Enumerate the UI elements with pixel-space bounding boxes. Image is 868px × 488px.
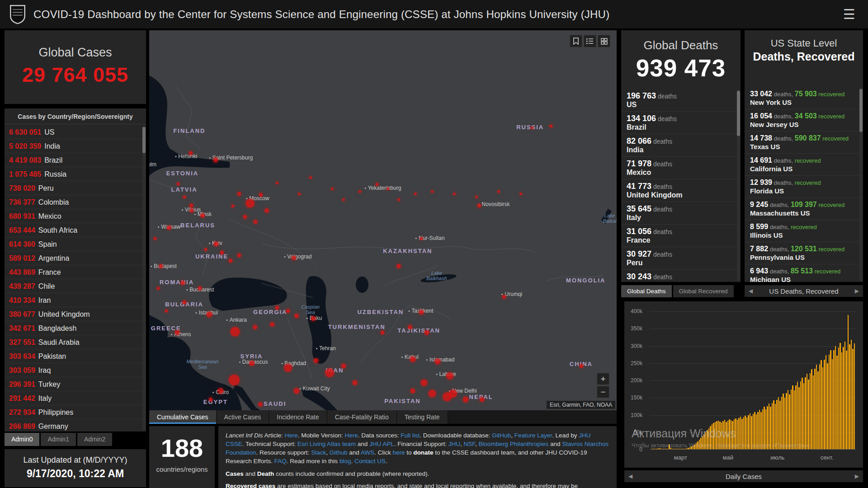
map-tab-active-cases[interactable]: Active Cases bbox=[217, 410, 269, 424]
deaths-row[interactable]: 134 106 deathsBrazil bbox=[621, 112, 741, 134]
chart-footer-next-icon[interactable]: ▶ bbox=[851, 470, 863, 482]
case-dot[interactable] bbox=[213, 157, 218, 162]
case-dot[interactable] bbox=[294, 314, 299, 318]
deaths-row[interactable]: 82 066 deathsIndia bbox=[621, 134, 741, 157]
case-dot[interactable] bbox=[341, 363, 346, 368]
country-row[interactable]: 439 287Chile bbox=[5, 279, 146, 293]
case-dot[interactable] bbox=[204, 248, 208, 251]
case-dot[interactable] bbox=[284, 364, 292, 372]
case-dot[interactable] bbox=[410, 389, 415, 394]
info-link[interactable]: Full list bbox=[401, 432, 420, 439]
case-dot[interactable] bbox=[342, 198, 345, 201]
info-link[interactable]: Esri Living Atlas team bbox=[297, 441, 356, 447]
deaths-row[interactable]: 71 978 deathsMexico bbox=[621, 157, 741, 179]
case-dot[interactable] bbox=[237, 253, 241, 257]
case-dot[interactable] bbox=[275, 305, 279, 310]
state-row[interactable]: 8 599 deaths, recoveredIllinois US bbox=[745, 220, 863, 242]
case-dot[interactable] bbox=[237, 192, 241, 196]
case-dot[interactable] bbox=[177, 182, 180, 185]
deaths-row[interactable]: 196 763 deathsUS bbox=[621, 89, 741, 112]
country-scrollbar-thumb[interactable] bbox=[142, 127, 146, 153]
country-row[interactable]: 614 360Spain bbox=[5, 237, 146, 251]
deaths-row[interactable]: 35 645 deathsItaly bbox=[621, 202, 741, 225]
case-dot[interactable] bbox=[431, 190, 434, 193]
case-dot[interactable] bbox=[159, 264, 163, 268]
chart-footer-prev-icon[interactable]: ◀ bbox=[624, 470, 637, 482]
case-dot[interactable] bbox=[243, 215, 247, 219]
country-row[interactable]: 738 020Peru bbox=[5, 181, 146, 195]
country-row[interactable]: 380 677United Kingdom bbox=[5, 307, 146, 321]
state-row[interactable]: 6 943 deaths, 85 513 recoveredMichigan U… bbox=[745, 264, 863, 282]
case-dot[interactable] bbox=[420, 379, 427, 386]
state-row[interactable]: 9 245 deaths, 109 397 recoveredMassachus… bbox=[745, 198, 863, 220]
case-dot[interactable] bbox=[414, 192, 417, 195]
case-dot[interactable] bbox=[270, 322, 274, 327]
admin-tab-admin2[interactable]: Admin2 bbox=[77, 433, 112, 446]
map-tab-cumulative-cases[interactable]: Cumulative Cases bbox=[149, 410, 217, 424]
info-link[interactable]: FAQ bbox=[274, 458, 287, 465]
case-dot[interactable] bbox=[475, 196, 478, 198]
info-link[interactable]: blog bbox=[340, 458, 351, 465]
case-dot[interactable] bbox=[519, 192, 522, 195]
country-row[interactable]: 653 444South Africa bbox=[5, 223, 146, 237]
state-row[interactable]: 7 882 deaths, 120 531 recoveredPennsylva… bbox=[745, 242, 863, 264]
state-row[interactable]: 16 054 deaths, 34 503 recoveredNew Jerse… bbox=[745, 109, 863, 131]
case-dot[interactable] bbox=[419, 310, 424, 315]
case-dot[interactable] bbox=[314, 358, 319, 363]
case-dot[interactable] bbox=[218, 388, 224, 394]
legend-icon[interactable] bbox=[584, 35, 596, 47]
case-dot[interactable] bbox=[209, 397, 213, 401]
us-footer-next-icon[interactable]: ▶ bbox=[851, 285, 863, 297]
case-dot[interactable] bbox=[198, 286, 202, 291]
deaths-row[interactable]: 30 927 deathsPeru bbox=[621, 247, 741, 270]
info-link[interactable]: NSF bbox=[464, 441, 476, 447]
case-dot[interactable] bbox=[156, 287, 160, 290]
country-row[interactable]: 410 334Iran bbox=[5, 293, 146, 307]
case-dot[interactable] bbox=[477, 203, 481, 207]
case-dot[interactable] bbox=[463, 396, 469, 402]
case-dot[interactable] bbox=[428, 389, 436, 397]
case-dot[interactable] bbox=[292, 256, 296, 260]
country-row[interactable]: 342 671Bangladesh bbox=[5, 321, 146, 335]
country-row[interactable]: 303 059Iraq bbox=[5, 363, 146, 377]
case-dot[interactable] bbox=[580, 364, 584, 368]
country-row[interactable]: 327 551Saudi Arabia bbox=[5, 335, 146, 349]
info-link[interactable]: JHU bbox=[448, 441, 460, 447]
case-dot[interactable] bbox=[207, 312, 212, 318]
case-dot[interactable] bbox=[387, 188, 389, 190]
info-link[interactable]: Contact US bbox=[354, 458, 386, 465]
country-row[interactable]: 291 442Italy bbox=[5, 391, 146, 405]
zoom-out-button[interactable]: − bbox=[597, 386, 609, 398]
country-row[interactable]: 5 020 359India bbox=[5, 139, 146, 153]
info-link[interactable]: JHU APL bbox=[369, 441, 394, 447]
case-dot[interactable] bbox=[449, 389, 457, 398]
state-row[interactable]: 14 738 deaths, 590 837 recoveredTexas US bbox=[745, 131, 863, 154]
info-link[interactable]: Github bbox=[330, 449, 348, 456]
menu-icon[interactable]: ☰ bbox=[840, 6, 859, 23]
case-dot[interactable] bbox=[375, 183, 378, 186]
case-dot[interactable] bbox=[229, 375, 240, 385]
bookmark-icon[interactable] bbox=[570, 35, 582, 47]
case-dot[interactable] bbox=[420, 237, 423, 240]
case-dot[interactable] bbox=[213, 242, 218, 247]
case-dot[interactable] bbox=[245, 199, 255, 208]
basemap-icon[interactable] bbox=[598, 35, 610, 47]
case-dot[interactable] bbox=[231, 327, 240, 336]
info-link[interactable]: Slack bbox=[311, 449, 326, 456]
country-row[interactable]: 4 419 083Brazil bbox=[5, 153, 146, 167]
case-dot[interactable] bbox=[189, 151, 193, 155]
info-link[interactable]: AWS bbox=[361, 449, 374, 456]
info-link[interactable]: Here bbox=[285, 432, 298, 439]
map-tab-incidence-rate[interactable]: Incidence Rate bbox=[269, 410, 327, 424]
case-dot[interactable] bbox=[175, 330, 180, 335]
country-row[interactable]: 589 012Argentina bbox=[5, 251, 146, 265]
case-dot[interactable] bbox=[380, 331, 384, 335]
case-dot[interactable] bbox=[253, 325, 257, 329]
case-dot[interactable] bbox=[264, 208, 269, 213]
deaths-scrollbar-thumb[interactable] bbox=[737, 91, 740, 136]
case-dot[interactable] bbox=[253, 220, 257, 224]
case-dot[interactable] bbox=[189, 203, 193, 207]
case-dot[interactable] bbox=[502, 295, 506, 299]
case-dot[interactable] bbox=[182, 300, 186, 305]
case-dot[interactable] bbox=[286, 309, 290, 313]
